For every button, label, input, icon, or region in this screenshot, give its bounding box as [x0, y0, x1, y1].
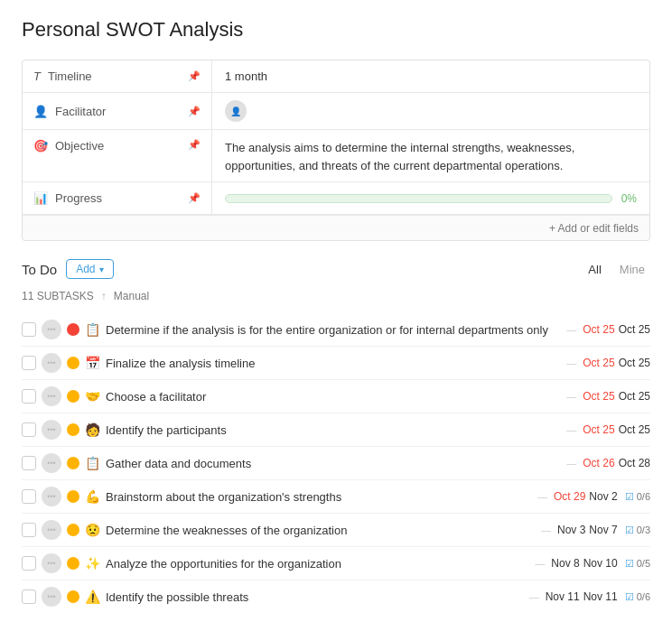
task-name[interactable]: Determine if the analysis is for the ent… [106, 323, 560, 337]
task-dates: Nov 8 Nov 10 [551, 557, 617, 570]
task-dates: Oct 25 Oct 25 [583, 357, 650, 369]
filter-mine-button[interactable]: Mine [614, 261, 650, 278]
task-name[interactable]: Finalize the analysis timeline [106, 357, 560, 370]
task-emoji: 📋 [85, 456, 100, 470]
task-date-end: Oct 28 [619, 457, 650, 469]
progress-icon: 📊 [33, 191, 48, 205]
task-date-start: Nov 11 [546, 590, 580, 603]
task-row: ••• 🧑 Identify the participants — Oct 25… [22, 413, 650, 447]
task-emoji: 📋 [85, 322, 100, 337]
timeline-value[interactable]: 1 month [212, 60, 649, 92]
task-date-end: Nov 10 [583, 557, 618, 570]
task-date-end: Oct 25 [619, 390, 650, 403]
task-emoji: 💪 [85, 489, 100, 504]
task-avatar[interactable]: ••• [42, 420, 61, 440]
task-checkbox[interactable] [22, 456, 36, 470]
page-title: Personal SWOT Analysis [22, 18, 650, 42]
objective-label: 🎯 Objective 📌 [23, 130, 212, 181]
task-checkbox[interactable] [22, 556, 36, 571]
task-avatar[interactable]: ••• [42, 520, 61, 540]
task-row: ••• 💪 Brainstorm about the organization'… [22, 480, 650, 514]
task-date-start: Oct 25 [583, 357, 614, 369]
task-priority-indicator [67, 323, 79, 336]
task-avatar[interactable]: ••• [42, 386, 61, 406]
task-date-end: Nov 2 [589, 490, 617, 503]
progress-row: 📊 Progress 📌 0% [23, 182, 649, 215]
task-checkbox[interactable] [22, 389, 36, 404]
task-avatar[interactable]: ••• [42, 487, 61, 506]
timeline-row: T Timeline 📌 1 month [23, 60, 649, 93]
task-name[interactable]: Analyze the opportunities for the organi… [106, 557, 528, 571]
timeline-icon: T [33, 70, 41, 83]
task-emoji: 🧑 [85, 422, 100, 437]
task-priority-indicator [67, 357, 79, 369]
subtasks-count: 11 SUBTASKS [22, 290, 94, 302]
task-name[interactable]: Identify the possible threats [106, 590, 523, 604]
task-checkbox[interactable] [22, 422, 36, 437]
sort-arrow-icon: ↑ [101, 290, 107, 302]
task-avatar[interactable]: ••• [42, 320, 61, 339]
task-checkbox[interactable] [22, 590, 36, 604]
task-checkbox[interactable] [22, 523, 36, 537]
task-date-end: Oct 25 [619, 423, 650, 436]
task-date-end: Oct 25 [619, 323, 650, 336]
task-separator: — [535, 558, 545, 569]
task-name[interactable]: Gather data and documents [106, 457, 560, 470]
task-name[interactable]: Choose a facilitator [106, 390, 560, 404]
task-priority-indicator [67, 524, 79, 536]
task-name-wrap: Identify the participants — Oct 25 Oct 2… [106, 423, 650, 437]
task-emoji: ⚠️ [85, 590, 100, 604]
objective-value[interactable]: The analysis aims to determine the inter… [212, 130, 649, 181]
progress-value[interactable]: 0% [212, 182, 649, 214]
task-row: ••• 📅 Finalize the analysis timeline — O… [22, 347, 650, 380]
task-name-wrap: Gather data and documents — Oct 26 Oct 2… [106, 457, 650, 470]
task-row: ••• 📋 Gather data and documents — Oct 26… [22, 447, 650, 480]
filter-buttons: All Mine [583, 261, 650, 278]
task-checkbox[interactable] [22, 322, 36, 337]
task-name-wrap: Identify the possible threats — Nov 11 N… [106, 590, 650, 604]
properties-table: T Timeline 📌 1 month 👤 Facilitator 📌 👤 [22, 60, 650, 241]
task-name-wrap: Finalize the analysis timeline — Oct 25 … [106, 357, 650, 370]
facilitator-pin-icon: 📌 [188, 106, 201, 117]
task-priority-indicator [67, 390, 79, 403]
task-date-start: Oct 25 [583, 323, 614, 336]
task-emoji: 🤝 [85, 389, 100, 404]
filter-all-button[interactable]: All [583, 261, 606, 278]
timeline-pin-icon: 📌 [188, 70, 201, 82]
task-dates: Nov 11 Nov 11 [546, 590, 618, 603]
task-priority-indicator [67, 557, 79, 570]
add-button[interactable]: Add ▾ [66, 259, 113, 279]
task-date-start: Oct 26 [583, 457, 614, 469]
task-dates: Oct 25 Oct 25 [583, 390, 650, 403]
task-list: ••• 📋 Determine if the analysis is for t… [22, 313, 650, 613]
progress-percentage: 0% [621, 192, 637, 205]
task-badge: ☑ 0/5 [625, 558, 650, 570]
task-name[interactable]: Brainstorm about the organization's stre… [106, 490, 531, 504]
check-icon: ☑ [625, 591, 634, 603]
add-edit-row: + Add or edit fields [23, 215, 649, 240]
task-avatar[interactable]: ••• [42, 453, 61, 473]
task-avatar[interactable]: ••• [42, 587, 61, 607]
objective-pin-icon: 📌 [188, 139, 201, 151]
task-avatar[interactable]: ••• [42, 553, 61, 573]
task-row: ••• ✨ Analyze the opportunities for the … [22, 547, 650, 580]
task-badge: ☑ 0/3 [625, 525, 650, 536]
task-separator: — [566, 357, 576, 368]
task-dates: Nov 3 Nov 7 [557, 524, 618, 536]
subtasks-info: 11 SUBTASKS ↑ Manual [22, 290, 650, 302]
task-name[interactable]: Determine the weaknesses of the organiza… [106, 524, 535, 537]
add-edit-fields-link[interactable]: + Add or edit fields [549, 222, 639, 235]
task-date-start: Oct 25 [583, 423, 614, 436]
task-checkbox[interactable] [22, 356, 36, 370]
progress-bar-container: 0% [225, 192, 637, 205]
task-checkbox[interactable] [22, 489, 36, 504]
facilitator-value[interactable]: 👤 [212, 93, 649, 129]
task-row: ••• ⚠️ Identify the possible threats — N… [22, 580, 650, 613]
timeline-label: T Timeline 📌 [23, 60, 212, 92]
task-name-wrap: Choose a facilitator — Oct 25 Oct 25 [106, 390, 650, 404]
task-badge: ☑ 0/6 [625, 491, 650, 503]
task-name[interactable]: Identify the participants [106, 423, 560, 437]
task-date-start: Oct 29 [554, 490, 585, 503]
task-name-wrap: Brainstorm about the organization's stre… [106, 490, 650, 504]
task-avatar[interactable]: ••• [42, 353, 61, 373]
